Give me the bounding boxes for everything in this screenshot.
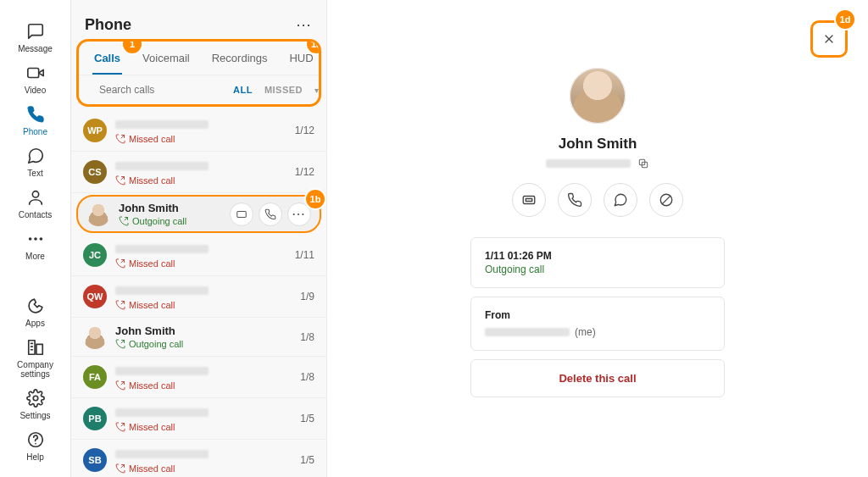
nav-item-label: Contacts — [19, 210, 52, 219]
filter-all[interactable]: ALL — [233, 85, 253, 95]
call-item[interactable]: SBMissed call1/5 — [71, 440, 326, 477]
avatar-initials: QW — [83, 285, 107, 308]
nav-item-video[interactable]: Video — [0, 58, 70, 100]
avatar-initials: CS — [83, 160, 107, 184]
svg-rect-33 — [526, 199, 532, 202]
nav-item-company-settings[interactable]: Company settings — [0, 333, 70, 384]
contact-profile: John Smith 1/11 01:26 PM Outgoing call — [361, 17, 834, 397]
nav-rail: MessageVideoPhoneTextContactsMore AppsCo… — [0, 0, 71, 477]
search-input[interactable] — [99, 84, 226, 96]
nav-item-help[interactable]: Help — [0, 425, 70, 467]
svg-point-3 — [28, 237, 31, 241]
call-item[interactable]: WPMissed call1/12 — [71, 110, 326, 152]
call-list[interactable]: WPMissed call1/12CSMissed call1/12John S… — [71, 110, 326, 477]
call-timestamp: 1/11 01:26 PM — [485, 250, 710, 262]
call-detail-pane: 1d John Smith 1/11 01:26 PM Out — [327, 0, 868, 477]
nav-item-apps[interactable]: Apps — [0, 291, 70, 333]
nav-item-message[interactable]: Message — [0, 17, 70, 58]
nav-item-label: Settings — [19, 411, 50, 420]
svg-rect-32 — [523, 197, 535, 204]
call-date: 1/12 — [295, 125, 314, 136]
call-type: Missed call — [115, 175, 288, 186]
nav-item-label: Text — [27, 169, 42, 178]
svg-line-18 — [125, 218, 128, 221]
call-item[interactable]: John SmithOutgoing call1/8 — [71, 318, 326, 357]
avatar-initials: FA — [83, 365, 107, 389]
action-text-button[interactable] — [604, 183, 637, 217]
svg-rect-6 — [28, 341, 34, 355]
contact-phone-redacted — [546, 159, 631, 168]
filter-missed[interactable]: MISSED — [264, 85, 303, 95]
avatar-photo — [86, 202, 110, 226]
call-summary-card: 1/11 01:26 PM Outgoing call — [470, 237, 725, 288]
nav-item-more[interactable]: More — [0, 225, 70, 266]
avatar-initials: PB — [83, 407, 107, 430]
tab-recordings[interactable]: Recordings — [210, 42, 270, 75]
call-date: 1/5 — [300, 454, 314, 466]
call-from-card: From (me) — [470, 297, 725, 351]
tab-voicemail[interactable]: Voicemail — [141, 42, 192, 75]
row-action-voicemail-button[interactable] — [230, 202, 253, 226]
text-icon — [26, 147, 45, 167]
copy-icon[interactable] — [637, 158, 649, 169]
svg-rect-19 — [237, 211, 247, 217]
action-voicemail-button[interactable] — [512, 183, 546, 217]
nav-item-label: Company settings — [3, 360, 67, 379]
call-item[interactable]: FAMissed call1/8 — [71, 357, 326, 398]
svg-line-35 — [662, 196, 670, 204]
svg-line-24 — [121, 424, 125, 427]
call-item[interactable]: CSMissed call1/12 — [71, 152, 326, 193]
call-name — [115, 367, 209, 375]
from-number-redacted — [485, 328, 570, 336]
phone-panel-title: Phone — [85, 16, 131, 34]
call-type: Missed call — [115, 258, 288, 269]
nav-item-label: Message — [18, 44, 53, 53]
filter-dropdown-caret[interactable]: ▾ — [314, 86, 319, 95]
more-icon — [26, 230, 45, 250]
help-icon — [26, 430, 45, 451]
tabs-and-search-outline: CallsVoicemailRecordingsHUD ALL MISSED ▾… — [76, 39, 321, 107]
nav-item-label: Help — [26, 452, 44, 462]
avatar-photo — [83, 325, 107, 349]
nav-item-phone[interactable]: Phone — [0, 100, 70, 141]
text-icon — [613, 192, 628, 208]
call-name — [115, 450, 209, 458]
nav-item-label: More — [25, 252, 45, 261]
call-date: 1/8 — [300, 331, 314, 343]
phone-panel-header: Phone ⋯ — [71, 0, 326, 37]
row-action-call-button[interactable] — [259, 202, 282, 226]
contact-avatar — [570, 68, 626, 124]
svg-marker-1 — [38, 69, 42, 75]
call-type: Missed call — [115, 380, 293, 391]
avatar-initials: JC — [83, 243, 107, 267]
nav-item-settings[interactable]: Settings — [0, 384, 70, 425]
phone-tabs: CallsVoicemailRecordingsHUD — [79, 42, 319, 75]
call-item[interactable]: PBMissed call1/5 — [71, 398, 326, 440]
call-item[interactable]: JCMissed call1/11 — [71, 235, 326, 276]
call-type: Outgoing call — [115, 339, 293, 349]
message-icon — [26, 22, 45, 42]
nav-item-contacts[interactable]: Contacts — [0, 183, 70, 225]
call-name: John Smith — [115, 324, 293, 337]
call-type: Missed call — [115, 422, 293, 432]
phone-panel-more-button[interactable]: ⋯ — [296, 15, 313, 34]
call-date: 1/9 — [300, 291, 314, 302]
call-type: Missed call — [115, 300, 293, 310]
call-type: Missed call — [115, 463, 293, 474]
delete-call-button[interactable]: Delete this call — [470, 359, 725, 397]
nav-item-text[interactable]: Text — [0, 141, 70, 183]
nav-item-label: Apps — [25, 319, 45, 328]
call-date: 1/11 — [295, 249, 314, 261]
svg-line-20 — [121, 260, 125, 263]
callout-badge-row: 1b — [306, 190, 325, 208]
company-icon — [26, 338, 45, 358]
row-action-more-button[interactable]: ⋯ — [287, 202, 311, 226]
svg-line-23 — [121, 382, 125, 385]
tab-calls[interactable]: Calls — [92, 42, 122, 75]
svg-line-21 — [121, 302, 125, 305]
action-call-button[interactable] — [558, 183, 592, 217]
call-item[interactable]: John SmithOutgoing call⋯1b — [76, 195, 321, 233]
search-row: ALL MISSED ▾ — [79, 75, 319, 104]
call-item[interactable]: QWMissed call1/9 — [71, 276, 326, 318]
action-block-button[interactable] — [649, 183, 683, 217]
